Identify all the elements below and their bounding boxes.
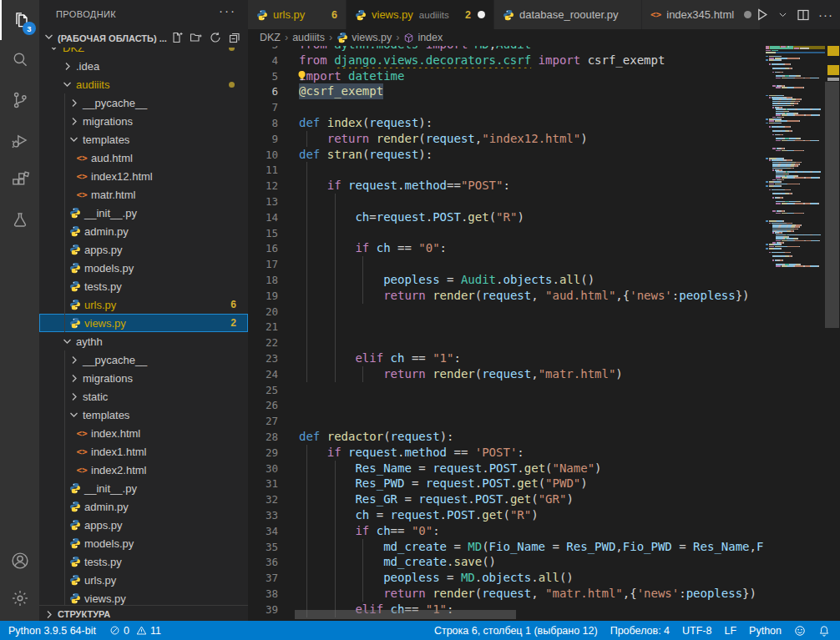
minimap-line (787, 78, 793, 79)
notifications-bell-icon[interactable] (818, 625, 830, 637)
outline-section-header[interactable]: СТРУКТУРА (39, 605, 248, 622)
chevron-down-icon (48, 48, 61, 54)
tree-item-admin-py[interactable]: admin.py (39, 222, 248, 240)
minimap[interactable] (766, 46, 825, 296)
cursor-position-status[interactable]: Строка 6, столбец 1 (выбрано 12) (434, 625, 598, 637)
tree-item-label: templates (83, 134, 129, 146)
lightbulb-icon[interactable] (296, 69, 308, 85)
code-line-23: elif ch == "1": (299, 350, 763, 366)
extensions-activity-icon[interactable] (0, 160, 39, 200)
chevron-right-icon (68, 353, 81, 366)
tree-item-models-py[interactable]: models.py (39, 259, 248, 277)
tree-item-index-html[interactable]: <>index.html (39, 424, 248, 442)
code-line-30: Res_Name = request.POST.get("Name") (299, 461, 763, 476)
eol-status[interactable]: LF (724, 625, 736, 637)
tree-item--init-py[interactable]: __init__.py (39, 479, 248, 497)
minimap-line (783, 242, 784, 244)
tree-item-label: apps.py (84, 244, 123, 256)
tree-item-static[interactable]: static (39, 387, 248, 406)
minimap-line (812, 234, 819, 236)
line-number: 22 (248, 335, 278, 350)
source-control-activity-icon[interactable] (0, 80, 39, 120)
minimap-line (772, 232, 774, 234)
minimap-line (772, 189, 777, 191)
testing-activity-icon[interactable] (0, 200, 39, 240)
new-folder-icon[interactable] (190, 31, 203, 44)
tree-item-models-py[interactable]: models.py (39, 534, 248, 552)
tree-item--pycache-[interactable]: __pycache__ (39, 350, 248, 369)
tree-item--pycache-[interactable]: __pycache__ (39, 93, 248, 112)
tree-item-admin-py[interactable]: admin.py (39, 497, 248, 516)
tree-item-aud-html[interactable]: <>aud.html (39, 149, 248, 167)
chevron-down-icon (43, 30, 56, 47)
line-number: 5 (248, 68, 278, 84)
code-line-10: def stran(request): (299, 147, 763, 163)
settings-icon[interactable] (0, 578, 39, 618)
tree-item-label: DKZ (63, 48, 84, 54)
minimap-line (766, 56, 768, 58)
py-file-icon (68, 244, 83, 255)
breadcrumb-item-index[interactable]: index (403, 32, 443, 43)
py-file-icon (68, 537, 83, 549)
vertical-scrollbar[interactable] (825, 82, 839, 328)
encoding-status[interactable]: UTF-8 (682, 625, 711, 637)
code-editor[interactable]: 3from aythh.models import MD,Audit4from … (248, 0, 840, 621)
new-file-icon[interactable] (170, 31, 184, 44)
breadcrumb-item-dkz[interactable]: DKZ (260, 32, 281, 43)
explorer-toolbar (170, 31, 241, 44)
tree-item-apps-py[interactable]: apps.py (39, 516, 248, 534)
feedback-icon[interactable] (794, 625, 806, 637)
tree-item-views-py[interactable]: views.py (39, 589, 248, 605)
tree-item-tests-py[interactable]: tests.py (39, 552, 248, 571)
tree-item-migrations[interactable]: migrations (39, 369, 248, 387)
tree-item-label: __init__.py (84, 207, 137, 219)
language-mode-status[interactable]: Python (749, 625, 782, 637)
sidebar-more-actions-icon[interactable]: ··· (219, 3, 236, 18)
indentation-status[interactable]: Пробелов: 4 (610, 625, 670, 637)
minimap-line (797, 103, 798, 104)
tree-item-apps-py[interactable]: apps.py (39, 240, 248, 259)
problems-status[interactable]: 0 11 (109, 625, 161, 637)
minimap-line (766, 185, 768, 187)
line-number: 37 (248, 570, 278, 586)
collapse-all-icon[interactable] (228, 31, 241, 44)
run-debug-activity-icon[interactable] (0, 120, 39, 160)
minimap-line (766, 248, 768, 249)
minimap-line (799, 58, 800, 59)
minimap-line (787, 120, 799, 122)
py-file-icon (68, 482, 83, 494)
minimap-line (772, 252, 777, 254)
tree-item-urls-py[interactable]: urls.py6 (39, 295, 248, 314)
search-activity-icon[interactable] (0, 40, 39, 80)
minimap-line (793, 168, 794, 169)
python-interpreter-status[interactable]: Python 3.9.5 64-bit (8, 625, 96, 637)
explorer-activity-icon[interactable]: 3 (0, 0, 41, 40)
code-line-16: if ch == "0": (299, 240, 763, 256)
tree-item-migrations[interactable]: migrations (39, 112, 248, 130)
tree-item-label: matr.html (91, 189, 135, 201)
tree-item-matr-html[interactable]: <>matr.html (39, 185, 248, 204)
breadcrumb-item-audiiits[interactable]: audiiits (292, 32, 325, 43)
tree-item-dkz[interactable]: DKZ (39, 48, 248, 57)
refresh-icon[interactable] (209, 31, 222, 44)
html-file-icon: <> (74, 465, 89, 476)
tree-item--init-py[interactable]: __init__.py (39, 204, 248, 222)
tree-item--idea[interactable]: .idea (39, 57, 248, 75)
tree-item-index1-html[interactable]: <>index1.html (39, 442, 248, 461)
tree-item-audiiits[interactable]: audiiits (39, 75, 248, 93)
tree-item-templates[interactable]: templates (39, 406, 248, 424)
breadcrumb-item-views-py[interactable]: views.py (337, 32, 392, 43)
tree-item-tests-py[interactable]: tests.py (39, 277, 248, 295)
tree-item-views-py[interactable]: views.py2 (39, 314, 248, 332)
horizontal-scrollbar[interactable] (295, 610, 516, 619)
code-line-34: if ch== "0": (299, 523, 763, 539)
account-icon[interactable] (0, 541, 39, 581)
minimap-line (775, 193, 781, 194)
tree-item-urls-py[interactable]: urls.py (39, 571, 248, 589)
minimap-line (772, 197, 774, 199)
tree-item-index12-html[interactable]: <>index12.html (39, 167, 248, 185)
tree-item-index2-html[interactable]: <>index2.html (39, 461, 248, 479)
minimap-line (820, 171, 821, 173)
tree-item-templates[interactable]: templates (39, 130, 248, 149)
tree-item-aythh[interactable]: aythh (39, 332, 248, 350)
